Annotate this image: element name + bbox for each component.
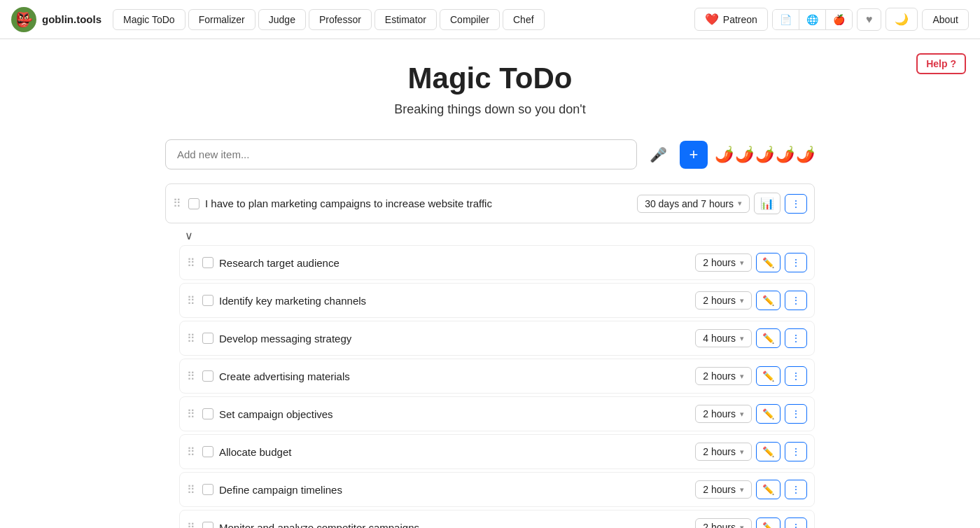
parent-task-row: ⠿ I have to plan marketing campaigns to …	[165, 183, 815, 223]
brand-link[interactable]: 👺 goblin.tools	[11, 7, 102, 32]
collapse-button[interactable]: ∨	[182, 229, 196, 242]
subtask-drag-handle[interactable]: ⠿	[187, 332, 195, 345]
spice-1[interactable]: 🌶️	[715, 146, 734, 164]
subtask-checkbox-8[interactable]	[202, 522, 214, 528]
subtask-edit-button-1[interactable]: ✏️	[756, 253, 780, 272]
subtask-drag-handle[interactable]: ⠿	[187, 521, 195, 529]
subtask-time-value-7: 2 hours	[703, 484, 736, 495]
subtask-more-button-8[interactable]: ⋮	[785, 517, 807, 528]
subtask-more-button-5[interactable]: ⋮	[785, 404, 807, 424]
subtask-row: ⠿ Develop messaging strategy 4 hours ▾ ✏…	[179, 321, 815, 356]
subtask-more-button-3[interactable]: ⋮	[785, 328, 807, 348]
nav-link-formalizer[interactable]: Formalizer	[188, 9, 255, 30]
heart-button[interactable]: ♥	[857, 8, 882, 31]
subtask-edit-button-3[interactable]: ✏️	[756, 328, 780, 348]
subtask-more-button-4[interactable]: ⋮	[785, 366, 807, 386]
input-row: 🎤 + 🌶️ 🌶️ 🌶️ 🌶️ 🌶️	[165, 139, 815, 169]
subtask-edit-button-2[interactable]: ✏️	[756, 291, 780, 310]
subtask-section: ∨ ⠿ Research target audience 2 hours ▾ ✏…	[179, 226, 815, 528]
subtask-time-badge-2[interactable]: 2 hours ▾	[695, 291, 752, 310]
subtask-label-7: Define campaign timelines	[219, 484, 690, 496]
doc-icon-btn[interactable]: 📄	[773, 10, 799, 29]
subtask-drag-handle[interactable]: ⠿	[187, 256, 195, 270]
subtask-controls-6: 2 hours ▾ ✏️ ⋮	[695, 442, 807, 461]
subtask-edit-button-5[interactable]: ✏️	[756, 404, 780, 424]
subtask-time-value-8: 2 hours	[703, 522, 736, 528]
new-task-input[interactable]	[165, 139, 637, 169]
subtask-time-value-1: 2 hours	[703, 257, 736, 268]
apple-icon-btn[interactable]: 🍎	[826, 10, 852, 29]
parent-chart-button[interactable]: 📊	[754, 193, 780, 214]
spice-4[interactable]: 🌶️	[776, 146, 794, 164]
spice-5[interactable]: 🌶️	[796, 146, 815, 164]
subtask-edit-button-4[interactable]: ✏️	[756, 366, 780, 386]
dark-mode-button[interactable]: 🌙	[886, 8, 918, 31]
subtask-drag-handle[interactable]: ⠿	[187, 408, 195, 421]
nav-link-judge[interactable]: Judge	[258, 9, 306, 30]
subtask-row: ⠿ Monitor and analyze competitor campaig…	[179, 510, 815, 528]
spice-3[interactable]: 🌶️	[755, 146, 774, 164]
nav-link-professor[interactable]: Professor	[309, 9, 372, 30]
subtask-more-button-1[interactable]: ⋮	[785, 253, 807, 272]
subtask-time-caret-3: ▾	[740, 334, 744, 343]
subtask-drag-handle[interactable]: ⠿	[187, 370, 195, 383]
main-content: Magic ToDo Breaking things down so you d…	[154, 39, 826, 528]
subtask-time-badge-1[interactable]: 2 hours ▾	[695, 253, 752, 272]
spice-selector[interactable]: 🌶️ 🌶️ 🌶️ 🌶️ 🌶️	[715, 146, 815, 164]
subtask-checkbox-6[interactable]	[202, 446, 214, 457]
subtask-more-button-6[interactable]: ⋮	[785, 442, 807, 461]
subtask-drag-handle[interactable]: ⠿	[187, 294, 195, 307]
subtask-controls-3: 4 hours ▾ ✏️ ⋮	[695, 328, 807, 348]
subtask-time-caret-1: ▾	[740, 258, 744, 268]
subtask-checkbox-5[interactable]	[202, 408, 214, 419]
patreon-button[interactable]: ❤️ Patreon	[694, 8, 768, 31]
page-subtitle: Breaking things down so you don't	[165, 102, 815, 117]
subtask-checkbox-3[interactable]	[202, 333, 214, 344]
parent-time-badge[interactable]: 30 days and 7 hours ▾	[637, 195, 750, 213]
subtask-container: ⠿ Research target audience 2 hours ▾ ✏️ …	[179, 245, 815, 528]
subtask-label-5: Set campaign objectives	[219, 408, 690, 420]
subtask-time-badge-4[interactable]: 2 hours ▾	[695, 367, 752, 385]
nav-link-compiler[interactable]: Compiler	[440, 9, 500, 30]
subtask-edit-button-6[interactable]: ✏️	[756, 442, 780, 461]
subtask-label-2: Identify key marketing channels	[219, 295, 690, 307]
subtask-time-badge-7[interactable]: 2 hours ▾	[695, 480, 752, 499]
nav-link-magic-todo[interactable]: Magic ToDo	[113, 9, 186, 30]
nav-link-estimator[interactable]: Estimator	[374, 9, 437, 30]
add-button[interactable]: +	[680, 141, 708, 169]
spice-2[interactable]: 🌶️	[735, 146, 754, 164]
subtask-time-value-4: 2 hours	[703, 370, 736, 382]
subtask-time-badge-3[interactable]: 4 hours ▾	[695, 329, 752, 347]
subtask-time-caret-8: ▾	[740, 523, 744, 529]
subtask-row: ⠿ Define campaign timelines 2 hours ▾ ✏️…	[179, 472, 815, 507]
subtask-time-caret-7: ▾	[740, 485, 744, 494]
web-icon-btn[interactable]: 🌐	[799, 10, 826, 29]
subtask-edit-button-8[interactable]: ✏️	[756, 517, 780, 528]
subtask-label-4: Create advertising materials	[219, 370, 690, 382]
subtask-time-badge-8[interactable]: 2 hours ▾	[695, 518, 752, 528]
subtask-edit-button-7[interactable]: ✏️	[756, 480, 780, 499]
subtask-checkbox-4[interactable]	[202, 370, 214, 382]
parent-task-checkbox[interactable]	[188, 198, 200, 209]
subtask-checkbox-1[interactable]	[202, 257, 214, 268]
patreon-icon: ❤️	[705, 13, 719, 26]
subtask-more-button-7[interactable]: ⋮	[785, 480, 807, 499]
parent-drag-handle[interactable]: ⠿	[173, 197, 181, 210]
subtask-time-badge-6[interactable]: 2 hours ▾	[695, 443, 752, 461]
parent-time-caret: ▾	[738, 199, 742, 208]
help-button[interactable]: Help ?	[916, 53, 966, 74]
subtask-time-caret-6: ▾	[740, 447, 744, 457]
subtask-checkbox-2[interactable]	[202, 295, 214, 306]
subtask-time-badge-5[interactable]: 2 hours ▾	[695, 405, 752, 423]
mic-button[interactable]: 🎤	[644, 144, 673, 166]
nav-right: ❤️ Patreon 📄 🌐 🍎 ♥ 🌙 About	[694, 8, 969, 31]
subtask-checkbox-7[interactable]	[202, 484, 214, 495]
subtask-drag-handle[interactable]: ⠿	[187, 483, 195, 496]
subtask-more-button-2[interactable]: ⋮	[785, 291, 807, 310]
nav-link-chef[interactable]: Chef	[503, 9, 545, 30]
parent-more-button[interactable]: ⋮	[785, 194, 807, 214]
parent-task-controls: 30 days and 7 hours ▾ 📊 ⋮	[637, 193, 807, 214]
subtask-drag-handle[interactable]: ⠿	[187, 445, 195, 459]
about-button[interactable]: About	[922, 9, 969, 30]
task-list: ⠿ I have to plan marketing campaigns to …	[165, 183, 815, 528]
